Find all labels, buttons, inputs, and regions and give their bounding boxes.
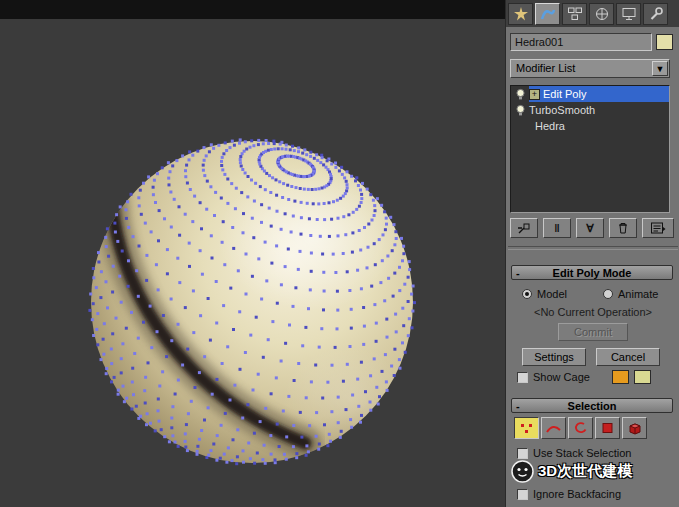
configure-sets-icon: [650, 221, 666, 235]
tab-modify[interactable]: [535, 3, 560, 25]
remove-modifier-button[interactable]: [609, 218, 637, 238]
3dsmax-window: Hedra001 Modifier List ▼ + Edit Poly Tur…: [0, 0, 679, 507]
command-panel-tabs: [506, 0, 679, 27]
stack-item-label: Edit Poly: [543, 88, 586, 100]
visibility-bulb-icon[interactable]: [513, 104, 527, 117]
show-cage-label: Show Cage: [533, 371, 590, 383]
collapse-icon: -: [516, 266, 520, 280]
polygon-icon: [599, 421, 616, 435]
animate-radio-label: Animate: [618, 288, 658, 300]
object-color-swatch[interactable]: [656, 34, 673, 50]
perspective-viewport[interactable]: [0, 0, 505, 507]
ignore-backfacing-label: Ignore Backfacing: [533, 488, 621, 500]
show-end-result-button[interactable]: ‖: [543, 218, 571, 238]
motion-icon: [594, 6, 610, 22]
watermark-logo-icon: [511, 460, 534, 483]
model-radio[interactable]: [522, 289, 532, 299]
stack-item-hedra[interactable]: Hedra: [511, 118, 669, 134]
use-stack-selection-label: Use Stack Selection: [533, 447, 631, 459]
rollout-edit-poly-mode[interactable]: - Edit Poly Mode: [511, 265, 673, 280]
stack-item-label: Hedra: [511, 120, 565, 132]
modifier-list-label: Modifier List: [516, 62, 575, 74]
sphere-canvas: [0, 0, 505, 507]
animate-radio[interactable]: [603, 289, 613, 299]
expand-plus-icon[interactable]: +: [529, 89, 540, 100]
make-unique-button[interactable]: ∀: [576, 218, 604, 238]
current-operation-status: <No Current Operation>: [506, 306, 679, 318]
display-icon: [621, 6, 637, 22]
hierarchy-icon: [567, 6, 583, 22]
tab-motion[interactable]: [589, 3, 614, 25]
cage-color-swatch-2[interactable]: [634, 370, 651, 384]
watermark: 3D次世代建模: [511, 460, 679, 483]
stack-item-turbosmooth[interactable]: TurboSmooth: [511, 102, 669, 118]
cage-color-swatch-1[interactable]: [612, 370, 629, 384]
watermark-text: 3D次世代建模: [538, 462, 632, 481]
collapse-icon: -: [516, 399, 520, 413]
tab-display[interactable]: [616, 3, 641, 25]
panel-divider: [508, 246, 678, 250]
tab-utilities[interactable]: [643, 3, 668, 25]
utilities-icon: [648, 6, 664, 22]
use-stack-selection-checkbox[interactable]: [517, 448, 528, 459]
element-icon: [626, 421, 643, 436]
visibility-bulb-icon[interactable]: [513, 88, 527, 101]
stack-item-edit-poly[interactable]: + Edit Poly: [511, 86, 669, 102]
tab-create[interactable]: [508, 3, 533, 25]
commit-button[interactable]: Commit: [558, 323, 628, 341]
make-unique-icon: ∀: [586, 222, 594, 235]
stack-item-label: TurboSmooth: [527, 104, 595, 116]
border-mode-button[interactable]: [568, 417, 593, 439]
show-cage-checkbox[interactable]: [517, 372, 528, 383]
rollout-title: Edit Poly Mode: [553, 267, 632, 279]
modify-icon: [540, 6, 556, 22]
vertex-mode-button[interactable]: [514, 417, 539, 439]
edge-icon: [545, 421, 562, 435]
object-name-field[interactable]: Hedra001: [510, 33, 652, 51]
border-icon: [572, 421, 589, 435]
modifier-stack: + Edit Poly TurboSmooth Hedra: [510, 85, 670, 213]
cancel-button[interactable]: Cancel: [596, 348, 660, 366]
configure-modifier-sets-button[interactable]: [642, 218, 674, 238]
tab-hierarchy[interactable]: [562, 3, 587, 25]
chevron-down-icon[interactable]: ▼: [652, 61, 668, 76]
settings-button[interactable]: Settings: [522, 348, 586, 366]
ignore-backfacing-checkbox[interactable]: [517, 489, 528, 500]
element-mode-button[interactable]: [622, 417, 647, 439]
pin-icon: [517, 221, 531, 235]
modifier-list-dropdown[interactable]: Modifier List ▼: [510, 59, 670, 78]
stack-toolbar: ‖ ∀: [510, 218, 676, 240]
trash-icon: [616, 221, 630, 235]
edge-mode-button[interactable]: [541, 417, 566, 439]
rollout-title: Selection: [568, 400, 617, 412]
vertex-icon: [518, 421, 535, 435]
rollout-selection[interactable]: - Selection: [511, 398, 673, 413]
show-end-result-icon: ‖: [554, 222, 559, 234]
model-radio-label: Model: [537, 288, 567, 300]
pin-stack-button[interactable]: [510, 218, 538, 238]
create-icon: [513, 6, 529, 22]
command-panel: Hedra001 Modifier List ▼ + Edit Poly Tur…: [505, 0, 679, 507]
polygon-mode-button[interactable]: [595, 417, 620, 439]
